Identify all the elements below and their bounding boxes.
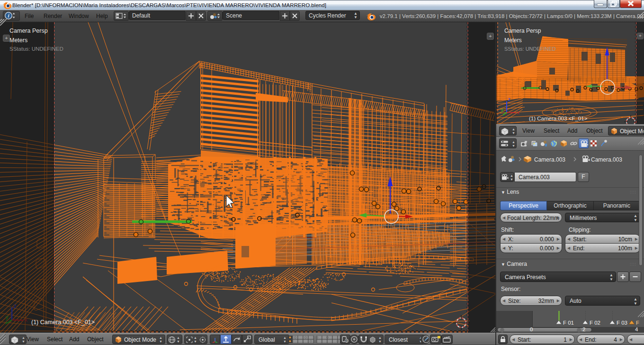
svg-text:F: F — [636, 320, 639, 326]
svg-text:F 02: F 02 — [590, 320, 600, 326]
svg-text:F 01: F 01 — [563, 320, 574, 326]
svg-text:F 03: F 03 — [617, 320, 627, 326]
svg-text:8: 8 — [346, 339, 348, 343]
